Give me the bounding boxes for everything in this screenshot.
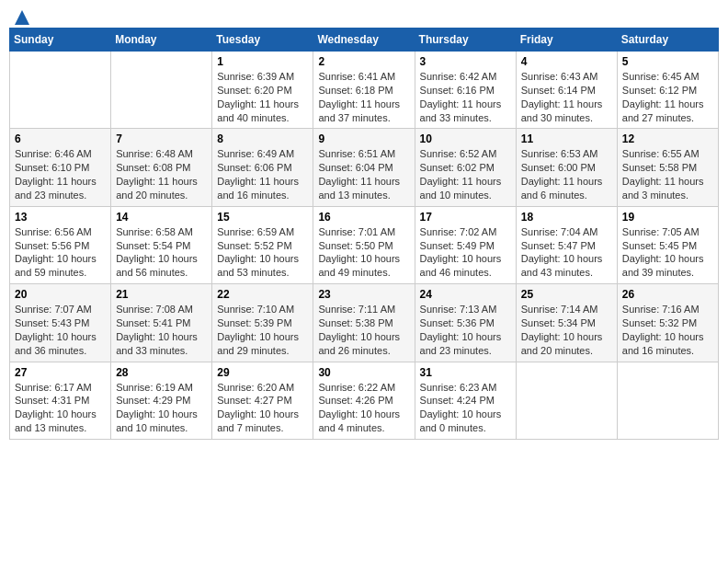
day-info: Daylight: 11 hours and 3 minutes. (622, 175, 713, 202)
day-number: 3 (420, 55, 511, 68)
day-info: Sunrise: 6:43 AM (521, 70, 612, 84)
day-number: 28 (116, 366, 207, 379)
day-number: 17 (420, 211, 511, 224)
day-info: Daylight: 11 hours and 16 minutes. (217, 175, 308, 202)
day-info: Sunset: 5:49 PM (420, 239, 511, 253)
day-number: 30 (318, 366, 409, 379)
day-info: Sunrise: 6:53 AM (521, 147, 612, 161)
day-info: Daylight: 11 hours and 6 minutes. (521, 175, 612, 202)
day-number: 5 (622, 55, 713, 68)
day-info: Sunset: 5:47 PM (521, 239, 612, 253)
day-info: Daylight: 10 hours and 33 minutes. (116, 330, 207, 358)
day-info: Daylight: 11 hours and 10 minutes. (420, 175, 511, 202)
day-info: Sunrise: 7:04 AM (521, 225, 612, 239)
calendar-cell: 25Sunrise: 7:14 AMSunset: 5:34 PMDayligh… (516, 284, 617, 362)
day-info: Sunset: 5:36 PM (420, 316, 511, 330)
day-info: Daylight: 11 hours and 37 minutes. (318, 98, 409, 125)
day-info: Sunrise: 6:23 AM (420, 381, 511, 395)
day-info: Daylight: 10 hours and 49 minutes. (318, 252, 409, 280)
day-number: 31 (420, 366, 511, 379)
calendar-cell: 26Sunrise: 7:16 AMSunset: 5:32 PMDayligh… (617, 284, 718, 362)
day-info: Sunset: 5:45 PM (622, 239, 713, 253)
day-number: 16 (318, 211, 409, 224)
day-info: Sunset: 4:26 PM (318, 394, 409, 408)
day-number: 25 (521, 288, 612, 301)
day-number: 14 (116, 211, 207, 224)
day-info: Sunset: 6:12 PM (622, 84, 713, 98)
day-info: Sunrise: 7:05 AM (622, 225, 713, 239)
day-number: 2 (318, 55, 409, 68)
day-info: Daylight: 11 hours and 20 minutes. (116, 175, 207, 202)
day-number: 15 (217, 211, 308, 224)
day-info: Daylight: 10 hours and 39 minutes. (622, 252, 713, 280)
day-info: Sunrise: 6:51 AM (318, 147, 409, 161)
day-info: Sunset: 6:02 PM (420, 161, 511, 175)
day-info: Sunrise: 7:11 AM (318, 303, 409, 316)
day-number: 23 (318, 288, 409, 301)
day-number: 21 (116, 288, 207, 301)
day-info: Sunrise: 6:41 AM (318, 70, 409, 84)
calendar-cell: 21Sunrise: 7:08 AMSunset: 5:41 PMDayligh… (111, 284, 212, 362)
day-info: Daylight: 11 hours and 27 minutes. (622, 98, 713, 125)
day-info: Sunrise: 6:56 AM (15, 225, 106, 239)
day-info: Sunset: 5:32 PM (622, 316, 713, 330)
day-number: 18 (521, 211, 612, 224)
page-header (9, 9, 719, 22)
calendar-cell: 15Sunrise: 6:59 AMSunset: 5:52 PMDayligh… (212, 206, 313, 283)
day-info: Daylight: 10 hours and 10 minutes. (116, 408, 207, 435)
day-number: 1 (217, 55, 308, 68)
day-info: Sunrise: 7:01 AM (318, 225, 409, 239)
day-info: Daylight: 10 hours and 0 minutes. (420, 408, 511, 435)
day-info: Daylight: 10 hours and 16 minutes. (622, 330, 713, 358)
day-info: Daylight: 10 hours and 53 minutes. (217, 252, 308, 280)
calendar-cell: 7Sunrise: 6:48 AMSunset: 6:08 PMDaylight… (111, 129, 212, 206)
day-info: Sunrise: 6:45 AM (622, 70, 713, 84)
day-info: Daylight: 10 hours and 46 minutes. (420, 252, 511, 280)
calendar-cell: 16Sunrise: 7:01 AMSunset: 5:50 PMDayligh… (313, 206, 415, 283)
day-info: Daylight: 10 hours and 43 minutes. (521, 252, 612, 280)
logo-triangle-icon (14, 9, 30, 26)
day-info: Sunrise: 7:14 AM (521, 303, 612, 316)
weekday-header-tuesday: Tuesday (212, 29, 313, 52)
calendar-cell: 17Sunrise: 7:02 AMSunset: 5:49 PMDayligh… (415, 206, 516, 283)
day-info: Daylight: 11 hours and 13 minutes. (318, 175, 409, 202)
calendar-cell: 22Sunrise: 7:10 AMSunset: 5:39 PMDayligh… (212, 284, 313, 362)
day-info: Sunrise: 6:20 AM (217, 381, 308, 395)
day-info: Daylight: 11 hours and 40 minutes. (217, 98, 308, 125)
day-info: Daylight: 11 hours and 33 minutes. (420, 98, 511, 125)
day-number: 11 (521, 132, 612, 145)
day-number: 4 (521, 55, 612, 68)
day-number: 9 (318, 132, 409, 145)
day-info: Sunset: 4:29 PM (116, 394, 207, 408)
calendar-table: SundayMondayTuesdayWednesdayThursdayFrid… (9, 28, 719, 440)
day-info: Sunrise: 6:48 AM (116, 147, 207, 161)
calendar-cell: 4Sunrise: 6:43 AMSunset: 6:14 PMDaylight… (516, 52, 617, 129)
day-info: Sunset: 6:08 PM (116, 161, 207, 175)
calendar-cell: 31Sunrise: 6:23 AMSunset: 4:24 PMDayligh… (415, 362, 516, 439)
day-info: Sunrise: 7:13 AM (420, 303, 511, 316)
day-info: Daylight: 10 hours and 36 minutes. (15, 330, 106, 358)
day-info: Daylight: 10 hours and 56 minutes. (116, 252, 207, 280)
day-info: Sunset: 4:27 PM (217, 394, 308, 408)
day-info: Daylight: 10 hours and 59 minutes. (15, 252, 106, 280)
day-info: Daylight: 11 hours and 23 minutes. (15, 175, 106, 202)
calendar-cell: 28Sunrise: 6:19 AMSunset: 4:29 PMDayligh… (111, 362, 212, 439)
day-info: Sunset: 6:16 PM (420, 84, 511, 98)
day-info: Sunset: 5:41 PM (116, 316, 207, 330)
day-number: 22 (217, 288, 308, 301)
calendar-cell: 10Sunrise: 6:52 AMSunset: 6:02 PMDayligh… (415, 129, 516, 206)
day-info: Sunset: 5:38 PM (318, 316, 409, 330)
calendar-cell (111, 52, 212, 129)
day-info: Sunrise: 6:58 AM (116, 225, 207, 239)
calendar-cell: 5Sunrise: 6:45 AMSunset: 6:12 PMDaylight… (617, 52, 718, 129)
calendar-cell: 23Sunrise: 7:11 AMSunset: 5:38 PMDayligh… (313, 284, 415, 362)
calendar-cell: 30Sunrise: 6:22 AMSunset: 4:26 PMDayligh… (313, 362, 415, 439)
day-info: Sunset: 6:04 PM (318, 161, 409, 175)
calendar-cell: 14Sunrise: 6:58 AMSunset: 5:54 PMDayligh… (111, 206, 212, 283)
day-info: Sunrise: 7:08 AM (116, 303, 207, 316)
day-info: Sunrise: 7:02 AM (420, 225, 511, 239)
day-number: 12 (622, 132, 713, 145)
calendar-cell: 9Sunrise: 6:51 AMSunset: 6:04 PMDaylight… (313, 129, 415, 206)
weekday-header-monday: Monday (111, 29, 212, 52)
day-info: Sunrise: 7:16 AM (622, 303, 713, 316)
